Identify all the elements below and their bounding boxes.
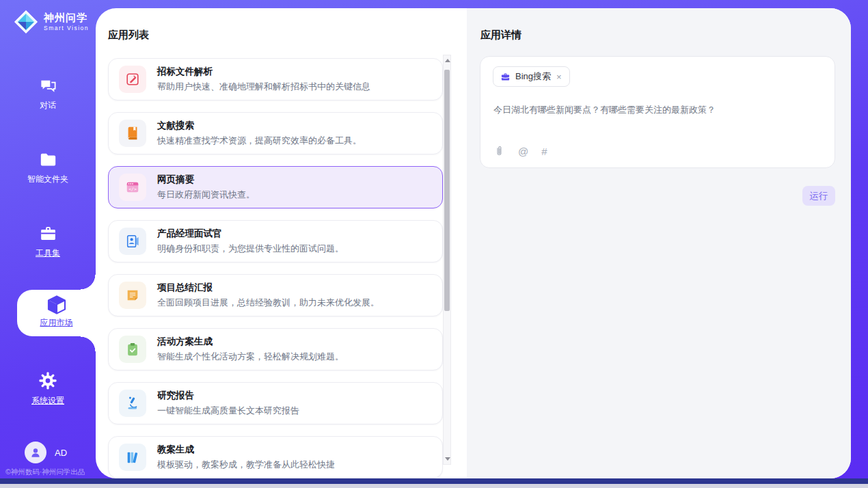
app-icon-tile	[119, 282, 146, 309]
user-name: AD	[55, 448, 67, 458]
app-detail-panel: 应用详情 Bing搜索 × 今日湖北有哪些新闻要点？有哪些需要关注的最新政策？ …	[467, 8, 851, 478]
edit-document-icon	[125, 72, 140, 87]
user-menu[interactable]: AD	[25, 442, 67, 463]
app-list: 招标文件解析 帮助用户快速、准确地理解和解析招标书中的关键信息 文献搜索 快速精…	[108, 58, 443, 478]
tool-tag-bing-search[interactable]: Bing搜索 ×	[493, 66, 570, 87]
app-description: 帮助用户快速、准确地理解和解析招标书中的关键信息	[157, 81, 370, 93]
sidebar-item-settings[interactable]: 系统设置	[0, 371, 96, 407]
scrollbar-down-icon[interactable]	[445, 457, 450, 461]
chat-icon	[39, 77, 57, 95]
app-icon-tile: </>	[119, 174, 146, 201]
scrollbar-up-icon[interactable]	[445, 59, 450, 62]
active-tab-fillet-bottom	[81, 336, 96, 351]
active-tab-fillet-top	[81, 275, 96, 290]
app-list-title: 应用列表	[108, 29, 149, 42]
app-icon-tile	[119, 120, 146, 147]
app-icon-tile	[119, 444, 146, 471]
microscope-icon	[125, 396, 140, 411]
app-name: 项目总结汇报	[157, 282, 379, 294]
avatar	[25, 442, 46, 463]
browser-code-icon: </>	[125, 180, 140, 195]
mention-icon[interactable]: @	[518, 146, 528, 157]
tool-tag-label: Bing搜索	[515, 70, 551, 83]
main-content: 应用列表 招标文件解析 帮助用户快速、准确地理解和解析招标书中的关键信息	[96, 8, 851, 478]
input-toolbar: @ #	[493, 146, 547, 157]
folder-icon	[39, 150, 57, 169]
copyright-footer: ©神州数码·神州问学出品	[5, 467, 101, 477]
app-name: 产品经理面试官	[157, 228, 344, 240]
sidebar-item-label: 智能文件夹	[0, 174, 96, 185]
briefcase-icon	[500, 72, 511, 82]
app-description: 明确身份和职责，为您提供专业性的面试问题。	[157, 243, 344, 255]
book-icon	[125, 126, 140, 141]
app-icon-tile	[119, 390, 146, 417]
app-card-bid-analysis[interactable]: 招标文件解析 帮助用户快速、准确地理解和解析招标书中的关键信息	[108, 58, 443, 100]
app-card-event-plan[interactable]: 活动方案生成 智能生成个性化活动方案，轻松解决规划难题。	[108, 328, 443, 370]
books-icon	[125, 450, 140, 465]
sidebar-item-label: 工具集	[0, 247, 96, 259]
brand-subtitle: Smart Vision	[44, 25, 89, 31]
app-icon-tile	[119, 66, 146, 93]
app-name: 招标文件解析	[157, 66, 370, 78]
sidebar-item-smart-folder[interactable]: 智能文件夹	[0, 150, 96, 185]
sidebar-item-app-market[interactable]: 应用市场	[17, 290, 96, 336]
app-description: 快速精准查找学术资源，提高研究效率的必备工具。	[157, 135, 362, 147]
bottom-navy-strip	[0, 478, 868, 484]
paperclip-icon[interactable]	[493, 146, 505, 157]
app-icon-tile	[119, 228, 146, 255]
bottom-gray-strip	[0, 484, 868, 488]
scrollbar-thumb[interactable]	[444, 70, 450, 311]
gear-icon	[38, 371, 57, 390]
close-icon[interactable]: ×	[556, 72, 562, 82]
sidebar-item-toolset[interactable]: 工具集	[0, 224, 96, 259]
app-card-web-summary[interactable]: </> 网页摘要 每日政府新闻资讯快查。	[108, 166, 443, 208]
app-card-literature-search[interactable]: 文献搜索 快速精准查找学术资源，提高研究效率的必备工具。	[108, 112, 443, 154]
app-description: 全面回顾项目进展，总结经验教训，助力未来优化发展。	[157, 297, 379, 309]
diamond-logo-icon	[14, 10, 38, 34]
app-name: 研究报告	[157, 390, 299, 402]
app-card-lesson-plan[interactable]: 教案生成 模板驱动，教案秒成，教学准备从此轻松快捷	[108, 436, 443, 478]
app-description: 智能生成个性化活动方案，轻松解决规划难题。	[157, 351, 344, 363]
person-icon	[29, 446, 42, 459]
app-card-project-summary[interactable]: 项目总结汇报 全面回顾项目进展，总结经验教训，助力未来优化发展。	[108, 274, 443, 316]
brand-name: 神州问学	[44, 12, 89, 24]
app-detail-title: 应用详情	[480, 29, 521, 42]
app-icon-tile	[119, 336, 146, 363]
sidebar-item-label: 系统设置	[0, 395, 96, 407]
query-input[interactable]: 今日湖北有哪些新闻要点？有哪些需要关注的最新政策？	[493, 103, 822, 117]
note-icon	[125, 288, 140, 303]
brand-logo: 神州问学 Smart Vision	[14, 10, 89, 34]
sidebar-item-label: 应用市场	[17, 317, 96, 329]
app-name: 网页摘要	[157, 174, 255, 186]
sidebar-item-label: 对话	[0, 100, 96, 111]
app-description: 一键智能生成高质量长文本研究报告	[157, 405, 299, 417]
run-button[interactable]: 运行	[802, 186, 835, 206]
sidebar: 神州问学 Smart Vision 对话 智能文件夹 工具集 应用市场	[0, 0, 96, 488]
cube-icon	[46, 294, 68, 316]
svg-text:</>: </>	[128, 187, 137, 192]
interviewer-icon	[125, 234, 140, 249]
scrollbar-track[interactable]	[443, 55, 451, 465]
clipboard-check-icon	[125, 342, 140, 357]
query-card: Bing搜索 × 今日湖北有哪些新闻要点？有哪些需要关注的最新政策？ @ #	[480, 56, 835, 168]
app-card-research-report[interactable]: 研究报告 一键智能生成高质量长文本研究报告	[108, 382, 443, 424]
app-name: 文献搜索	[157, 120, 362, 132]
app-description: 模板驱动，教案秒成，教学准备从此轻松快捷	[157, 459, 335, 471]
app-description: 每日政府新闻资讯快查。	[157, 189, 255, 201]
sidebar-item-chat[interactable]: 对话	[0, 77, 96, 111]
hash-icon[interactable]: #	[541, 146, 547, 157]
toolbox-icon	[39, 224, 57, 243]
app-name: 活动方案生成	[157, 336, 344, 348]
app-card-pm-interviewer[interactable]: 产品经理面试官 明确身份和职责，为您提供专业性的面试问题。	[108, 220, 443, 262]
app-name: 教案生成	[157, 444, 335, 456]
